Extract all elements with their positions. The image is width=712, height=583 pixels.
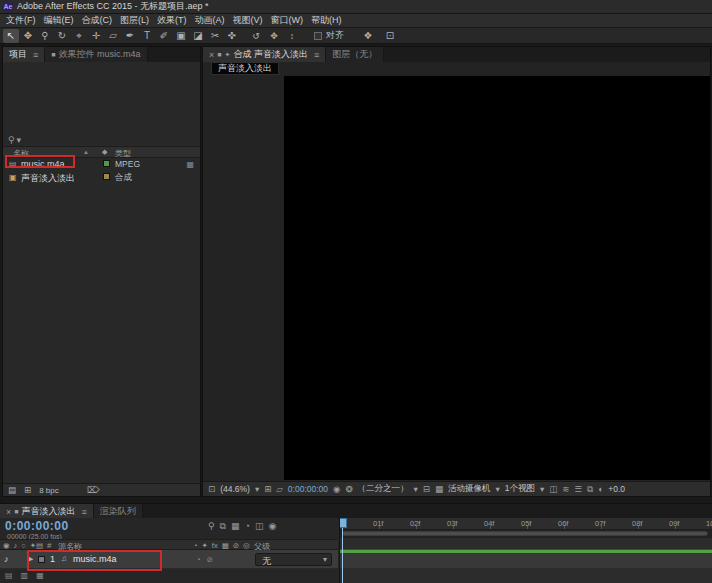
frame-blend-icon[interactable]: ◫ [255,521,264,532]
unified-camera-tool[interactable]: ⌖ [71,29,87,43]
fast-preview-icon[interactable]: ≋ [562,484,569,494]
view-layout-select[interactable]: 1个视图 [505,483,535,495]
mask-visibility-icon[interactable]: ▱ [276,484,283,494]
flowchart-button-icon[interactable]: ⧉ [587,484,593,495]
bit-depth-button[interactable]: 8 bpc [39,486,59,495]
menu-help[interactable]: 帮助(H) [307,14,346,27]
menu-effect[interactable]: 效果(T) [153,14,191,27]
draft-3d-icon[interactable]: ▦ [231,521,240,532]
comp-timecode[interactable]: 0:00:00:00 [288,484,328,494]
label-color-chip[interactable] [103,160,110,167]
time-ruler[interactable]: 01f02f03f04f05f06f07f08f09f10f [340,518,712,530]
timeline-layer-row[interactable]: ♪ ▶ 1 ♫ music.m4a ◔⊘ 无 ▾ [0,550,338,569]
mini-flowchart-icon[interactable]: ⧉ [220,521,226,532]
zoom-level-select[interactable]: (44.6%) [220,484,250,494]
project-item-music-m4a[interactable]: ▤music.m4aMPEG▦ [3,158,200,171]
trash-icon[interactable]: ⌦ [87,485,100,495]
roto-brush-tool[interactable]: ✂ [207,29,223,43]
puppet-pin-tool[interactable]: ✜ [224,29,240,43]
tab-project[interactable]: 项目 ≡ [3,47,45,62]
tab-composition[interactable]: × ■ ✦ 合成 声音淡入淡出 ≡ [203,47,326,62]
pan-behind-tool[interactable]: ✛ [88,29,104,43]
motion-blur-icon[interactable]: ◉ [269,521,277,532]
quality-toggle-icon[interactable]: ◔ [196,555,201,564]
time-navigator-bar[interactable] [342,531,708,536]
dropdown-arrow-icon[interactable]: ▾ [255,484,259,494]
current-timecode[interactable]: 0:00:00:00 [5,519,69,533]
menu-layer[interactable]: 图层(L) [116,14,153,27]
audio-enabled-icon[interactable]: ♪ [4,554,9,564]
project-item-sound-fade-comp[interactable]: ▣声音淡入淡出合成 [3,171,200,184]
snap-checkbox[interactable] [314,32,322,40]
expand-in-out-icon[interactable]: ▦ [36,571,44,580]
rotation-tool[interactable]: ↻ [54,29,70,43]
solo-icon[interactable]: ○ [21,541,26,550]
timeline-button-icon[interactable]: ☰ [574,484,582,494]
pen-tool[interactable]: ✒ [122,29,138,43]
zoom-tool[interactable]: ⚲ [37,29,53,43]
selection-tool[interactable]: ↖ [3,29,19,43]
maximize-frame-icon[interactable]: ⊡ [382,29,398,43]
search-icon[interactable]: ⚲ [8,135,15,145]
menu-file[interactable]: 文件(F) [2,14,40,27]
new-folder-icon[interactable]: ⊞ [24,485,31,495]
current-time-indicator-handle[interactable] [339,518,347,528]
text-tool[interactable]: T [139,29,155,43]
eraser-tool[interactable]: ◪ [190,29,206,43]
track-z-camera-icon[interactable]: ↕ [284,29,300,43]
panel-menu-icon[interactable]: ≡ [33,50,38,60]
region-of-interest-icon[interactable]: ⊟ [423,484,430,494]
dropdown-arrow-icon[interactable]: ▾ [496,484,500,494]
layer-name[interactable]: music.m4a [73,554,117,564]
snapshot-icon[interactable]: ◉ [333,484,340,494]
hand-tool[interactable]: ✥ [20,29,36,43]
dropdown-arrow-icon[interactable]: ▾ [414,484,418,494]
twirl-icon[interactable]: ▶ [28,555,33,563]
menu-edit[interactable]: 编辑(E) [40,14,78,27]
shy-icon[interactable]: ◔ [193,541,198,550]
label-color-chip[interactable] [103,173,110,180]
composition-viewport[interactable] [284,76,710,480]
3d-icon[interactable]: ◎ [243,541,250,550]
project-column-header[interactable]: 名称 ▲ ◆ 类型 [3,147,200,158]
audio-layer-duration-bar[interactable] [340,549,712,553]
menu-animation[interactable]: 动画(A) [191,14,229,27]
effect-icon[interactable]: ⊘ [233,541,239,550]
menu-window[interactable]: 窗口(W) [267,14,308,27]
audio-icon[interactable]: ♪ [14,541,18,550]
eye-icon[interactable]: ◉ [3,541,10,550]
snap-align-toggle[interactable]: 对齐 [314,29,344,42]
track-area[interactable] [340,538,712,583]
parent-dropdown[interactable]: 无 ▾ [255,553,332,566]
expand-layer-switches-icon[interactable]: ▤ [5,571,13,580]
brush-tool[interactable]: ✐ [156,29,172,43]
tab-effect-controls[interactable]: ■ 效果控件 music.m4a [45,47,147,62]
workspace-icon[interactable]: ❖ [360,29,376,43]
menu-composition[interactable]: 合成(C) [78,14,117,27]
collapse-icon[interactable]: ✦ [202,541,208,550]
orbit-camera-icon[interactable]: ↺ [248,29,264,43]
resolution-select[interactable]: （二分之一） [358,483,409,495]
safe-guides-icon[interactable]: ⊞ [264,484,271,494]
layer-label-chip[interactable] [38,556,45,563]
zoom-menu-icon[interactable]: ⊡ [208,484,215,494]
shape-tool[interactable]: ▱ [105,29,121,43]
tab-layer[interactable]: 图层（无） [326,47,384,62]
show-channel-icon[interactable]: ❂ [345,484,352,494]
hide-shy-icon[interactable]: ◔ [245,521,250,532]
lock-icon[interactable]: ✦ [225,51,231,59]
expand-transfer-controls-icon[interactable]: ▥ [21,571,29,580]
close-icon[interactable]: × [6,507,11,517]
panel-menu-icon[interactable]: ≡ [314,50,319,60]
tab-timeline-comp[interactable]: × ■ 声音淡入淡出 ≡ [0,504,94,519]
reset-exposure-icon[interactable]: ◐ [598,484,603,494]
panel-menu-icon[interactable]: ≡ [82,507,87,517]
project-search[interactable]: ⚲ ▾ [3,133,200,147]
fx-icon[interactable]: fx [212,541,218,550]
dropdown-arrow-icon[interactable]: ▾ [540,484,544,494]
clone-stamp-tool[interactable]: ▣ [173,29,189,43]
tab-render-queue[interactable]: 渲染队列 [94,504,143,519]
exposure-value[interactable]: +0.0 [608,484,625,494]
pixel-aspect-icon[interactable]: ◫ [549,484,557,494]
effect-toggle-icon[interactable]: ⊘ [207,555,213,564]
